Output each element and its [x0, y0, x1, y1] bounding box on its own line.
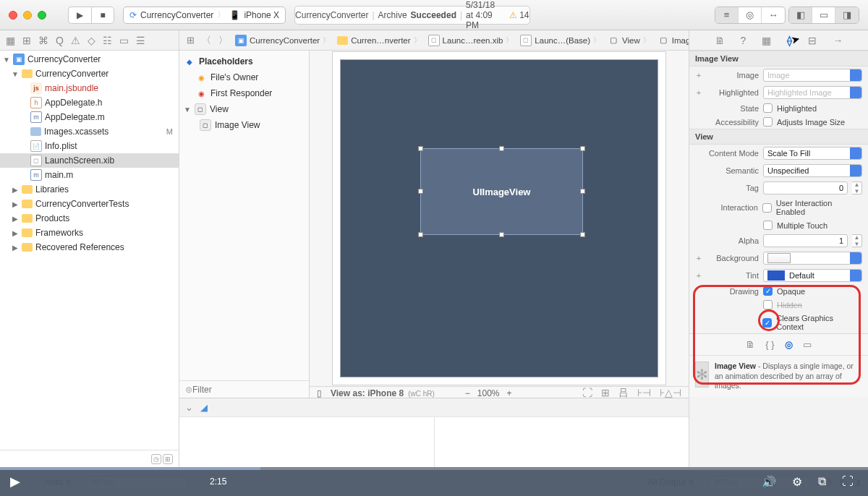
image-field[interactable]: Image — [763, 69, 862, 82]
tree-group-tests[interactable]: ▶CurrencyConverterTests — [0, 197, 179, 211]
tint-color-well[interactable]: Default — [763, 269, 862, 282]
zoom-out-button[interactable]: − — [465, 388, 470, 398]
outline-first-responder[interactable]: ◉First Responder — [179, 85, 309, 101]
resize-handle[interactable] — [580, 189, 585, 194]
test-nav-icon[interactable]: ◇ — [88, 35, 95, 46]
scm-filter-icon[interactable]: ⊞ — [163, 454, 173, 464]
settings-gear-icon[interactable]: ⚙ — [792, 475, 802, 489]
tree-group-libraries[interactable]: ▶Libraries — [0, 182, 179, 197]
breadcrumb-group[interactable]: Curren…nverter〉 — [334, 35, 423, 46]
breakpoint-nav-icon[interactable]: ▭ — [119, 35, 129, 46]
content-mode-select[interactable]: Scale To Fill — [763, 147, 862, 160]
issue-nav-icon[interactable]: ⚠ — [71, 35, 80, 46]
console-output[interactable] — [435, 416, 689, 467]
assistant-editor-icon[interactable]: ◎ — [739, 7, 762, 23]
clears-graphics-checkbox[interactable]: ✓ — [762, 318, 772, 328]
quick-help-icon[interactable]: ? — [738, 35, 749, 46]
background-color-well[interactable] — [763, 252, 862, 265]
close-window-button[interactable] — [9, 11, 17, 20]
selected-uiimageview[interactable]: UIImageView — [420, 148, 583, 235]
outline-placeholders-header[interactable]: ◆Placeholders — [179, 54, 309, 69]
object-library-icon[interactable]: ◎ — [785, 339, 793, 350]
toggle-navigator-icon[interactable]: ◧ — [789, 7, 812, 23]
tree-group-products[interactable]: ▶Products — [0, 211, 179, 226]
symbol-nav-icon[interactable]: ⌘ — [38, 35, 48, 46]
outline-filter[interactable]: ⊚ — [179, 380, 309, 398]
canvas-device-view[interactable]: UIImageView — [340, 59, 658, 377]
zoom-window-button[interactable] — [38, 11, 46, 20]
resize-handle[interactable] — [418, 146, 423, 151]
video-progress-track[interactable] — [0, 467, 868, 470]
resize-handle[interactable] — [580, 146, 585, 151]
variables-view[interactable] — [179, 416, 435, 467]
identity-inspector-icon[interactable]: ▦ — [759, 35, 774, 46]
tree-file-jsbundle[interactable]: jsmain.jsbundle — [0, 81, 179, 95]
tree-file-appdelegate-m[interactable]: mAppDelegate.m — [0, 110, 179, 124]
scheme-selector[interactable]: ⟳ CurrencyConverter 〉 📱 iPhone X — [123, 7, 286, 24]
tree-group-frameworks[interactable]: ▶Frameworks — [0, 226, 179, 240]
nav-forward-button[interactable]: 〉 — [216, 34, 231, 47]
version-editor-icon[interactable]: ↔ — [762, 7, 785, 23]
outline-view[interactable]: ▼▢View — [179, 101, 309, 117]
breakpoint-toggle-icon[interactable]: ◢ — [200, 402, 208, 413]
multiple-touch-checkbox[interactable] — [763, 221, 773, 230]
zoom-level[interactable]: 100% — [477, 388, 500, 398]
resize-handle[interactable] — [418, 232, 423, 237]
standard-editor-icon[interactable]: ≡ — [715, 7, 739, 23]
resize-handle[interactable] — [418, 189, 423, 194]
toggle-inspector-icon[interactable]: ◨ — [835, 7, 859, 23]
tree-file-infoplist[interactable]: 📄Info.plist — [0, 139, 179, 153]
user-interaction-checkbox[interactable] — [762, 203, 772, 213]
semantic-select[interactable]: Unspecified — [763, 164, 862, 177]
navigator-filter-bar[interactable]: ◷ ⊞ — [0, 450, 179, 467]
file-template-library-icon[interactable]: 🗎 — [746, 339, 755, 350]
resize-handle[interactable] — [580, 232, 585, 237]
zoom-in-button[interactable]: + — [507, 388, 512, 398]
stop-button[interactable]: ■ — [91, 7, 114, 24]
adjusts-image-size-checkbox[interactable] — [763, 117, 773, 127]
highlighted-field[interactable]: Highlighted Image — [763, 86, 862, 99]
minimize-window-button[interactable] — [23, 11, 32, 20]
tag-stepper[interactable]: ▲▼ — [852, 181, 862, 194]
tree-project-root[interactable]: ▼▣CurrencyConverter — [0, 52, 179, 67]
code-snippet-library-icon[interactable]: { } — [765, 339, 774, 350]
play-button[interactable]: ▶ — [0, 474, 30, 489]
tag-field[interactable]: 0 — [763, 181, 848, 194]
tree-group-main[interactable]: ▼CurrencyConverter — [0, 67, 179, 81]
alpha-stepper[interactable]: ▲▼ — [852, 234, 862, 247]
tree-file-images[interactable]: Images.xcassetsM — [0, 124, 179, 139]
report-nav-icon[interactable]: ☰ — [136, 35, 145, 46]
volume-icon[interactable]: 🔊 — [762, 475, 776, 489]
pip-icon[interactable]: ⧉ — [818, 475, 826, 489]
resize-handle[interactable] — [499, 232, 504, 237]
toggle-outline-icon[interactable]: ▯ — [317, 388, 322, 398]
hidden-checkbox[interactable] — [763, 300, 773, 309]
panel-toggle-segmented[interactable]: ◧ ▭ ◨ — [788, 7, 859, 24]
activity-viewer[interactable]: CurrencyConverter | Archive Succeeded | … — [294, 6, 529, 25]
run-button[interactable]: ▶ — [68, 7, 91, 24]
outline-filter-input[interactable] — [192, 385, 303, 395]
resize-handle[interactable] — [499, 146, 504, 151]
breadcrumb-imageview[interactable]: ▢Image View — [655, 35, 689, 46]
breadcrumb-file[interactable]: ▢Launc…reen.xib〉 — [425, 35, 516, 46]
fullscreen-icon[interactable]: ⛶ — [842, 475, 854, 489]
breadcrumb-project[interactable]: ▣CurrencyConverter〉 — [232, 35, 333, 46]
connections-inspector-icon[interactable]: → — [830, 35, 846, 46]
breadcrumb-view[interactable]: ▢View〉 — [605, 35, 653, 46]
related-items-icon[interactable]: ⊞ — [184, 35, 197, 46]
editor-mode-segmented[interactable]: ≡ ◎ ↔ — [715, 7, 786, 24]
state-highlighted-checkbox[interactable] — [763, 103, 773, 113]
media-library-icon[interactable]: ▭ — [803, 339, 812, 350]
clock-filter-icon[interactable]: ◷ — [151, 454, 161, 464]
outline-image-view[interactable]: ▢Image View — [179, 117, 309, 133]
device-config-selector[interactable]: View as: iPhone 8 (wC hR) — [331, 388, 435, 398]
toggle-console-icon[interactable]: ⌄ — [185, 402, 193, 413]
outline-files-owner[interactable]: ◉File's Owner — [179, 69, 309, 85]
find-nav-icon[interactable]: Q — [56, 35, 64, 46]
tree-file-appdelegate-h[interactable]: hAppDelegate.h — [0, 95, 179, 110]
tree-file-main-m[interactable]: mmain.m — [0, 168, 179, 182]
library-item-image-view[interactable]: ✻ Image View - Displays a single image, … — [689, 355, 868, 397]
alpha-field[interactable]: 1 — [763, 234, 848, 247]
project-nav-icon[interactable]: ▦ — [6, 35, 15, 46]
toggle-debug-icon[interactable]: ▭ — [812, 7, 835, 23]
